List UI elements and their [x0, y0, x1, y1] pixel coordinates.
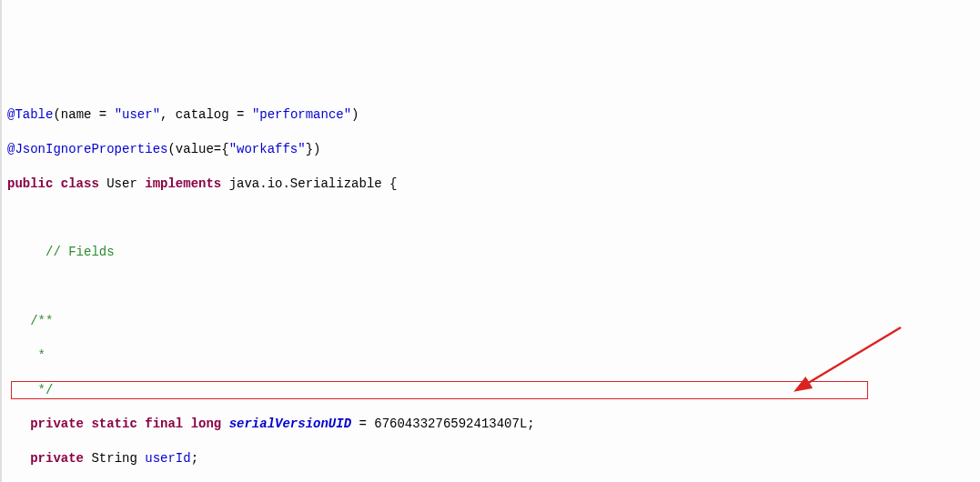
code-line: @JsonIgnoreProperties(value={"workaffs"}…	[7, 141, 973, 158]
code-line: /**	[7, 313, 973, 330]
code-line: *	[7, 347, 973, 365]
code-line: */	[7, 382, 973, 399]
code-line: // Fields	[7, 244, 973, 261]
code-line: public class User implements java.io.Ser…	[7, 176, 973, 193]
blank-line	[7, 278, 973, 296]
blank-line	[7, 210, 973, 227]
code-line: @Table(name = "user", catalog = "perform…	[7, 106, 973, 124]
editor-gutter	[0, 0, 2, 482]
code-line: private static final long serialVersionU…	[7, 416, 973, 433]
code-line: private String userId;	[7, 450, 973, 467]
